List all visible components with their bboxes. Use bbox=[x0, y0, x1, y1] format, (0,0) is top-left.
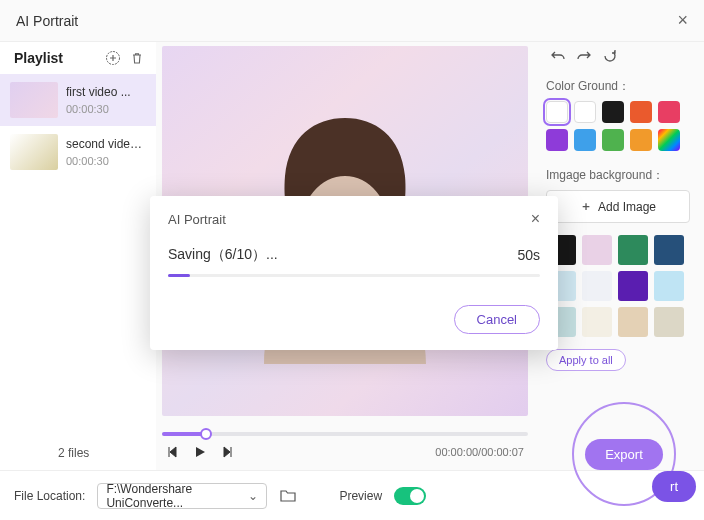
preview-toggle[interactable] bbox=[394, 487, 426, 505]
export-button[interactable]: Export bbox=[585, 439, 663, 470]
background-thumb[interactable] bbox=[654, 235, 684, 265]
file-count: 2 files bbox=[58, 446, 89, 460]
video-duration: 00:00:30 bbox=[66, 155, 146, 167]
chevron-down-icon: ⌄ bbox=[248, 489, 258, 503]
dialog-title: AI Portrait bbox=[168, 212, 226, 227]
saving-status: Saving（6/10）... bbox=[168, 246, 278, 264]
dialog-close-icon[interactable]: × bbox=[531, 210, 540, 228]
window-title: AI Portrait bbox=[16, 13, 78, 29]
add-icon[interactable] bbox=[104, 49, 122, 67]
color-ground-label: Color Ground： bbox=[546, 78, 690, 95]
file-location-select[interactable]: F:\Wondershare UniConverte... ⌄ bbox=[97, 483, 267, 509]
sidebar-header: Playlist bbox=[0, 42, 156, 74]
background-thumb[interactable] bbox=[654, 271, 684, 301]
close-icon[interactable]: × bbox=[677, 10, 688, 31]
color-swatch[interactable] bbox=[602, 101, 624, 123]
sidebar: Playlist first video ... 00:00:30 second… bbox=[0, 42, 156, 470]
cancel-button[interactable]: Cancel bbox=[454, 305, 540, 334]
video-name: second video... bbox=[66, 137, 146, 151]
color-swatch[interactable] bbox=[658, 129, 680, 151]
timeline[interactable] bbox=[162, 430, 528, 438]
video-thumbnail bbox=[10, 134, 58, 170]
preview-label: Preview bbox=[339, 489, 382, 503]
saving-dialog: AI Portrait × Saving（6/10）... 50s Cancel bbox=[150, 196, 558, 350]
color-swatch[interactable] bbox=[574, 129, 596, 151]
file-location-value: F:\Wondershare UniConverte... bbox=[106, 482, 248, 510]
prev-frame-icon[interactable] bbox=[166, 444, 182, 460]
color-swatch[interactable] bbox=[602, 129, 624, 151]
saving-progress-bar bbox=[168, 274, 540, 277]
video-name: first video ... bbox=[66, 85, 146, 99]
time-readout: 00:00:00/00:00:07 bbox=[435, 446, 524, 458]
image-bg-label: Imgage background： bbox=[546, 167, 690, 184]
export-button-secondary[interactable]: rt bbox=[652, 471, 696, 502]
background-thumb[interactable] bbox=[582, 307, 612, 337]
playlist-item[interactable]: first video ... 00:00:30 bbox=[0, 74, 156, 126]
add-image-button[interactable]: ＋ Add Image bbox=[546, 190, 690, 223]
color-swatch[interactable] bbox=[630, 129, 652, 151]
color-swatch[interactable] bbox=[658, 101, 680, 123]
play-icon[interactable] bbox=[192, 444, 208, 460]
file-location-label: File Location: bbox=[14, 489, 85, 503]
apply-to-all-button[interactable]: Apply to all bbox=[546, 349, 626, 371]
background-thumb[interactable] bbox=[618, 271, 648, 301]
title-bar: AI Portrait × bbox=[0, 0, 704, 42]
color-swatch[interactable] bbox=[546, 129, 568, 151]
background-thumb[interactable] bbox=[582, 271, 612, 301]
background-thumb[interactable] bbox=[618, 307, 648, 337]
player-controls: 00:00:00/00:00:07 bbox=[162, 438, 528, 460]
background-thumb-grid bbox=[546, 235, 690, 337]
plus-icon: ＋ bbox=[580, 198, 592, 215]
background-thumb[interactable] bbox=[618, 235, 648, 265]
saving-eta: 50s bbox=[517, 247, 540, 263]
next-frame-icon[interactable] bbox=[218, 444, 234, 460]
export-highlight: Export rt bbox=[572, 402, 676, 506]
color-swatch[interactable] bbox=[574, 101, 596, 123]
reset-icon[interactable] bbox=[602, 48, 618, 64]
color-swatch[interactable] bbox=[546, 101, 568, 123]
background-thumb[interactable] bbox=[582, 235, 612, 265]
redo-icon[interactable] bbox=[576, 48, 592, 64]
open-folder-icon[interactable] bbox=[279, 487, 297, 505]
playlist-label: Playlist bbox=[14, 50, 63, 66]
color-ground-grid bbox=[546, 101, 690, 151]
video-duration: 00:00:30 bbox=[66, 103, 146, 115]
delete-icon[interactable] bbox=[128, 49, 146, 67]
video-thumbnail bbox=[10, 82, 58, 118]
color-swatch[interactable] bbox=[630, 101, 652, 123]
undo-icon[interactable] bbox=[550, 48, 566, 64]
add-image-label: Add Image bbox=[598, 200, 656, 214]
background-thumb[interactable] bbox=[654, 307, 684, 337]
playlist-item[interactable]: second video... 00:00:30 bbox=[0, 126, 156, 178]
